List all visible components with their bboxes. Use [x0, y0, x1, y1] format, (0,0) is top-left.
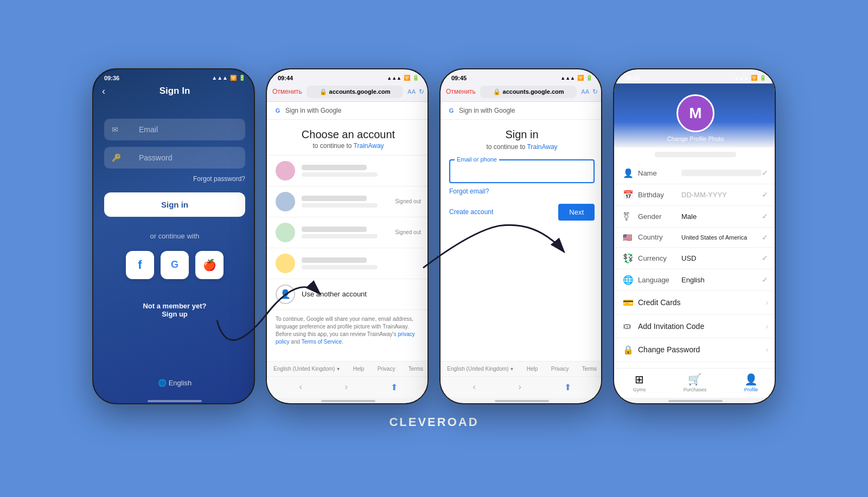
credit-cards-row[interactable]: 💳 Credit Cards › — [614, 291, 776, 315]
refresh-icon[interactable]: ↻ — [419, 88, 424, 95]
signin-form: ✉ Email 🔑 Password Forgot password? Sign… — [93, 102, 255, 318]
apple-button[interactable]: 🍎 — [195, 251, 224, 279]
profile-name-row: 👤 Name ✓ — [614, 163, 776, 184]
back-nav-3[interactable]: ‹ — [473, 382, 475, 392]
language-edit-icon[interactable]: ✓ — [762, 275, 768, 284]
gender-label: Gender — [638, 212, 681, 221]
text-size-icon[interactable]: AA — [407, 88, 416, 95]
back-nav-2[interactable]: ‹ — [299, 382, 302, 392]
footer-lang-2[interactable]: English (United Kingdom) ▾ — [273, 366, 340, 372]
email-field-container[interactable]: Email or phone — [449, 159, 595, 183]
profile-birthday-row: 📅 Birthday DD-MM-YYYY ✓ — [614, 184, 776, 206]
email-field-label: Email or phone — [455, 156, 499, 163]
account-item-4[interactable] — [267, 248, 429, 279]
back-button[interactable]: ‹ — [102, 86, 105, 97]
name-edit-icon[interactable]: ✓ — [762, 169, 768, 177]
google-g-icon-3: G — [447, 106, 456, 115]
share-icon-2[interactable]: ⬆ — [391, 382, 398, 392]
footer-terms-2[interactable]: Terms — [409, 366, 423, 372]
use-another-text: Use another account — [302, 290, 367, 298]
person-icon: 👤 — [623, 168, 638, 178]
browser-footer-2: English (United Kingdom) ▾ Help Privacy … — [267, 361, 429, 376]
tab-gyms[interactable]: ⊞ Gyms — [633, 373, 646, 392]
battery-icon-2: 🔋 — [412, 75, 419, 81]
signin-button[interactable]: Sign in — [104, 192, 245, 217]
forward-nav-2[interactable]: › — [345, 382, 348, 392]
lock-icon-2: 🔒 — [320, 88, 327, 95]
status-bar-4: 09:51 ▲▲▲ 🛜 🔋 — [614, 69, 776, 83]
footer-terms-3[interactable]: Terms — [582, 366, 597, 372]
email-input[interactable] — [456, 167, 588, 178]
account-item-2[interactable]: Signed out — [267, 186, 429, 217]
url-bar-3[interactable]: 🔒 accounts.google.com — [480, 86, 577, 98]
home-indicator-3 — [495, 400, 549, 402]
birthday-edit-icon[interactable]: ✓ — [762, 190, 768, 199]
forward-nav-3[interactable]: › — [519, 382, 521, 392]
battery-icon-3: 🔋 — [586, 75, 592, 81]
change-password-row[interactable]: 🔒 Change Password › — [614, 338, 776, 362]
email-field[interactable]: ✉ Email — [104, 119, 245, 140]
gender-edit-icon[interactable]: ✓ — [762, 212, 768, 221]
currency-label: Currency — [638, 254, 681, 262]
birthday-label: Birthday — [638, 191, 681, 199]
change-password-label: Change Password — [638, 345, 765, 354]
signup-link[interactable]: Sign up — [162, 310, 188, 318]
globe-icon: 🌐 — [158, 379, 167, 387]
forgot-email-link[interactable]: Forgot email? — [449, 188, 595, 195]
refresh-icon-3[interactable]: ↻ — [592, 88, 598, 95]
purchases-icon: 🛒 — [688, 373, 701, 386]
signin-google-actions: Create account Next — [449, 204, 595, 221]
footer-privacy-2[interactable]: Privacy — [378, 366, 395, 372]
create-account-button[interactable]: Create account — [449, 208, 493, 216]
url-text-2: accounts.google.com — [329, 88, 391, 95]
browser-bar-3: Отменить 🔒 accounts.google.com AA ↻ — [441, 83, 602, 102]
tab-profile[interactable]: 👤 Profile — [744, 373, 758, 392]
next-button[interactable]: Next — [558, 204, 595, 221]
browser-nav-2: ‹ › ⬆ — [267, 376, 429, 398]
change-photo-button[interactable]: Change Profile Photo — [667, 135, 724, 142]
currency-edit-icon[interactable]: ✓ — [762, 254, 768, 262]
footer-help-3[interactable]: Help — [527, 366, 538, 372]
app-name-link-3[interactable]: TrainAway — [527, 143, 558, 151]
use-another-account[interactable]: 👤 Use another account — [267, 279, 429, 310]
account-item-3[interactable]: Signed out — [267, 217, 429, 248]
profile-email-blurred — [655, 152, 736, 157]
google-signin-form: Sign in to continue to TrainAway Email o… — [441, 120, 602, 361]
invitation-code-row[interactable]: 🎟 Add Invitation Code › — [614, 315, 776, 338]
profile-header: M Change Profile Photo — [614, 83, 776, 147]
cancel-button-3[interactable]: Отменить — [446, 88, 476, 95]
country-edit-icon[interactable]: ✓ — [762, 233, 768, 242]
status-icons-2: ▲▲▲ 🛜 🔋 — [387, 75, 419, 81]
footer-help-2[interactable]: Help — [353, 366, 365, 372]
password-field[interactable]: 🔑 Password — [104, 147, 245, 169]
facebook-button[interactable]: f — [126, 251, 154, 279]
account-item-1[interactable] — [267, 156, 429, 186]
footer-privacy-3[interactable]: Privacy — [551, 366, 569, 372]
chevron-down-icon-3: ▾ — [510, 366, 513, 372]
password-placeholder: Password — [139, 153, 172, 162]
calendar-icon: 📅 — [623, 190, 638, 200]
forgot-password-link[interactable]: Forgot password? — [193, 175, 245, 183]
share-icon-3[interactable]: ⬆ — [564, 382, 571, 392]
terms-link[interactable]: Terms of Service — [302, 339, 342, 345]
social-buttons: f G 🍎 — [126, 251, 224, 279]
url-bar-2[interactable]: 🔒 accounts.google.com — [307, 86, 403, 98]
language-label: English — [169, 379, 192, 387]
google-button[interactable]: G — [161, 251, 189, 279]
battery-icon: 🔋 — [239, 75, 245, 81]
signal-icon-2: ▲▲▲ — [387, 75, 401, 81]
footer-lang-3[interactable]: English (United Kingdom) ▾ — [447, 366, 513, 372]
signup-prompt: Not a member yet? Sign up — [143, 302, 206, 318]
home-indicator-1 — [148, 400, 202, 402]
wifi-icon-3: 🛜 — [577, 75, 584, 81]
language-selector[interactable]: 🌐 English — [158, 379, 192, 387]
text-size-icon-3[interactable]: AA — [581, 88, 589, 95]
time-3: 09:45 — [451, 75, 467, 81]
account-name-4 — [302, 257, 367, 263]
google-signin-label-2: Sign in with Google — [285, 107, 341, 114]
browser-nav-3: ‹ › ⬆ — [441, 376, 602, 398]
wifi-icon-2: 🛜 — [404, 75, 410, 81]
tab-purchases[interactable]: 🛒 Purchases — [684, 373, 707, 392]
app-name-link-2[interactable]: TrainAway — [354, 142, 384, 150]
cancel-button-2[interactable]: Отменить — [272, 88, 302, 95]
